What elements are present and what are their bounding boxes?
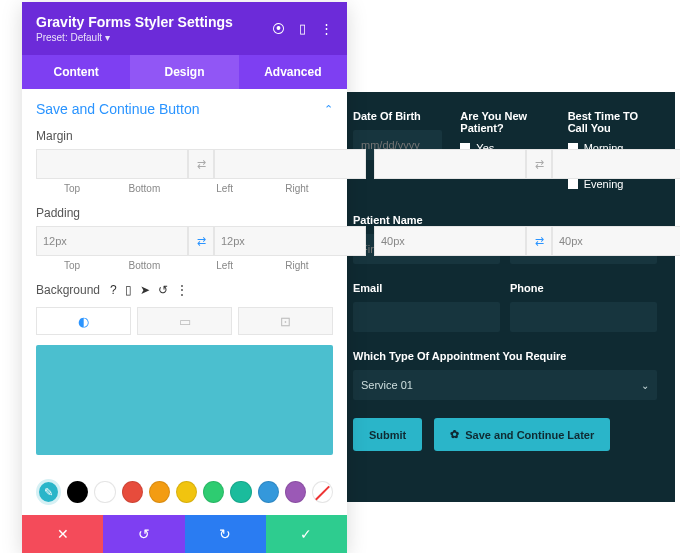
undo-icon: ↺ bbox=[138, 526, 150, 542]
swatch[interactable] bbox=[285, 481, 306, 503]
tablet-icon[interactable]: ▯ bbox=[299, 21, 306, 36]
redo-icon: ↻ bbox=[219, 526, 231, 542]
padding-bottom-input[interactable] bbox=[214, 226, 366, 256]
dob-label: Date Of Birth bbox=[353, 110, 442, 122]
checkbox-evening[interactable]: Evening bbox=[568, 178, 657, 190]
swatch[interactable] bbox=[176, 481, 197, 503]
swatch[interactable] bbox=[149, 481, 170, 503]
email-input[interactable] bbox=[353, 302, 500, 332]
submit-button[interactable]: Submit bbox=[353, 418, 422, 451]
settings-panel: Gravity Forms Styler Settings Preset: De… bbox=[22, 2, 347, 553]
droplet-icon: ◐ bbox=[78, 314, 89, 329]
focus-icon[interactable]: ⦿ bbox=[272, 21, 285, 36]
swatch[interactable] bbox=[203, 481, 224, 503]
padding-left-input[interactable] bbox=[374, 226, 526, 256]
gradient-icon: ▭ bbox=[179, 314, 191, 329]
section-title: Save and Continue Button bbox=[36, 101, 199, 117]
margin-right-input[interactable] bbox=[552, 149, 680, 179]
undo-icon[interactable]: ↺ bbox=[158, 283, 168, 297]
redo-button[interactable]: ↻ bbox=[185, 515, 266, 553]
swatch-none[interactable] bbox=[312, 481, 333, 503]
best-time-label: Best Time TO Call You bbox=[568, 110, 657, 134]
chevron-down-icon: ⌄ bbox=[641, 380, 649, 391]
check-icon: ✓ bbox=[300, 526, 312, 542]
bg-color-tab[interactable]: ◐ bbox=[36, 307, 131, 335]
margin-top-input[interactable] bbox=[36, 149, 188, 179]
padding-right-input[interactable] bbox=[552, 226, 680, 256]
section-header[interactable]: Save and Continue Button ⌃ bbox=[22, 89, 347, 129]
help-icon[interactable]: ? bbox=[110, 283, 117, 297]
padding-top-input[interactable] bbox=[36, 226, 188, 256]
save-icon: ✿ bbox=[450, 428, 459, 441]
patient-name-label: Patient Name bbox=[353, 214, 657, 226]
bg-gradient-tab[interactable]: ▭ bbox=[137, 307, 232, 335]
padding-label: Padding bbox=[36, 206, 333, 220]
swatch[interactable] bbox=[122, 481, 143, 503]
phone-icon[interactable]: ▯ bbox=[125, 283, 132, 297]
cancel-button[interactable]: ✕ bbox=[22, 515, 103, 553]
margin-left-input[interactable] bbox=[374, 149, 526, 179]
tab-advanced[interactable]: Advanced bbox=[239, 55, 347, 89]
link-icon[interactable]: ⇄ bbox=[526, 226, 552, 256]
bg-image-tab[interactable]: ⊡ bbox=[238, 307, 333, 335]
swatch[interactable] bbox=[94, 481, 115, 503]
color-preview[interactable] bbox=[36, 345, 333, 455]
margin-label: Margin bbox=[36, 129, 333, 143]
email-label: Email bbox=[353, 282, 500, 294]
tab-design[interactable]: Design bbox=[130, 55, 238, 89]
more-icon[interactable]: ⋮ bbox=[320, 21, 333, 36]
image-icon: ⊡ bbox=[280, 314, 291, 329]
preset-selector[interactable]: Preset: Default ▾ bbox=[36, 32, 233, 43]
link-icon[interactable]: ⇄ bbox=[188, 149, 214, 179]
new-patient-label: Are You New Patient? bbox=[460, 110, 549, 134]
service-select[interactable]: Service 01 ⌄ bbox=[353, 370, 657, 400]
link-icon[interactable]: ⇄ bbox=[526, 149, 552, 179]
background-label: Background bbox=[36, 283, 100, 297]
close-icon: ✕ bbox=[57, 526, 69, 542]
tab-content[interactable]: Content bbox=[22, 55, 130, 89]
appointment-label: Which Type Of Appointment You Require bbox=[353, 350, 657, 362]
margin-bottom-input[interactable] bbox=[214, 149, 366, 179]
save-continue-button[interactable]: ✿ Save and Continue Later bbox=[434, 418, 610, 451]
more-icon[interactable]: ⋮ bbox=[176, 283, 188, 297]
panel-header: Gravity Forms Styler Settings Preset: De… bbox=[22, 2, 347, 55]
tabs: Content Design Advanced bbox=[22, 55, 347, 89]
chevron-up-icon: ⌃ bbox=[324, 103, 333, 116]
phone-label: Phone bbox=[510, 282, 657, 294]
confirm-button[interactable]: ✓ bbox=[266, 515, 347, 553]
panel-title: Gravity Forms Styler Settings bbox=[36, 14, 233, 30]
swatch[interactable] bbox=[258, 481, 279, 503]
eyedropper-button[interactable]: ✎ bbox=[36, 479, 61, 505]
link-icon[interactable]: ⇄ bbox=[188, 226, 214, 256]
swatch[interactable] bbox=[230, 481, 251, 503]
undo-button[interactable]: ↺ bbox=[103, 515, 184, 553]
cursor-icon[interactable]: ➤ bbox=[140, 283, 150, 297]
color-swatches: ✎ bbox=[22, 469, 347, 515]
phone-input[interactable] bbox=[510, 302, 657, 332]
swatch[interactable] bbox=[67, 481, 88, 503]
